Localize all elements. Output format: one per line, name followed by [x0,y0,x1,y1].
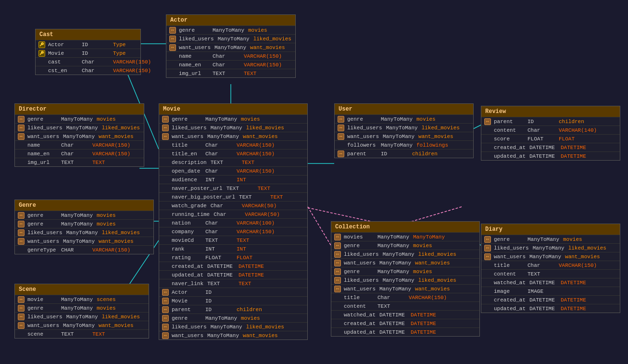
table-row: score FLOAT FLOAT [481,134,620,143]
rel-icon: ⟷ [18,221,25,227]
table-row: ⟷ parent ID children [159,305,307,314]
rel-icon: ⟷ [18,322,25,329]
movie-table-header: Movie [159,104,307,114]
table-row: ⟷ liked_users ManyToMany liked_movies [166,34,295,43]
table-row: ⟷ genre ManyToMany movies [481,235,620,243]
rel-icon: ⟷ [162,324,169,330]
table-row: watch_grade Char VARCHAR(50) [159,201,307,210]
key-icon: 🔑 [38,41,45,48]
rel-icon: ⟷ [162,289,169,296]
table-row: title Char VARCHAR(150) [331,293,479,301]
rel-icon: ⟷ [484,118,491,125]
rel-icon: ⟷ [484,236,491,243]
table-row: ⟷ want_users ManyToMany want_movies [335,132,473,140]
cast-table-header: Cast [36,29,140,40]
rel-icon: ⟷ [162,116,169,123]
review-table-header: Review [481,106,620,117]
table-row: ⟷ liked_users ManyToMany liked_movies [15,123,144,132]
table-row: ⟷ genre ManyToMany movies [15,219,153,228]
rel-icon: ⟷ [334,268,341,275]
table-row: rank INT INT [159,244,307,253]
genre-table: Genre ⟷ genre ManyToMany movies ⟷ genre … [14,200,154,254]
table-row: open_date Char VARCHAR(150) [159,166,307,175]
rel-icon: ⟷ [18,229,25,236]
table-row: ⟷ Movie ID [159,296,307,305]
table-row: title Char VARCHAR(150) [159,140,307,149]
table-row: naver_link TEXT TEXT [159,279,307,288]
table-row: ⟷ movie ManyToMany scenes [15,295,149,303]
table-row: rating FLOAT FLOAT [159,253,307,262]
table-row: 🔑 Movie ID Type [36,49,140,57]
rel-icon: ⟷ [162,125,169,131]
table-row: ⟷ liked_users ManyToMany liked_movies [481,243,620,252]
table-row: 🔑 Actor ID Type [36,40,140,49]
table-row: ⟷ movies ManyToMany ManyToMany [331,232,479,241]
rel-icon: ⟷ [334,234,341,240]
erd-diagram: Cast 🔑 Actor ID Type 🔑 Movie ID Type cas… [0,0,628,364]
rel-icon: ⟷ [334,260,341,266]
actor-table: Actor ⟷ genre ManyToMany movies ⟷ liked_… [166,14,296,78]
table-row: content TEXT [481,269,620,278]
table-row: img_url TEXT TEXT [166,69,295,77]
table-row: ⟷ liked_users ManyToMany liked_movies [335,123,473,132]
table-row: ⟷ want_users ManyToMany want_movies [331,258,479,267]
table-row: ⟷ want_users ManyToMany want_movies [15,321,149,329]
rel-icon: ⟷ [338,133,344,140]
table-row: ⟷ genre ManyToMany movies [166,25,295,34]
scene-table: Scene ⟷ movie ManyToMany scenes ⟷ genre … [14,284,149,339]
director-table-header: Director [15,104,144,114]
rel-icon: ⟷ [18,314,25,320]
rel-icon: ⟷ [18,133,25,140]
table-row: ⟷ want_users ManyToMany want_movies [159,331,307,339]
table-row: ⟷ genre ManyToMany movies [15,114,144,123]
rel-icon: ⟷ [18,305,25,312]
table-row: ⟷ want_users ManyToMany want_movies [15,237,153,245]
table-row: scene TEXT TEXT [15,329,149,338]
table-row: genreType CHAR VARCHAR(150) [15,245,153,254]
rel-icon: ⟷ [162,133,169,140]
rel-icon: ⟷ [18,116,25,123]
table-row: ⟷ genre ManyToMany movies [331,241,479,250]
table-row: name_en Char VARCHAR(150) [166,60,295,69]
rel-icon: ⟷ [334,242,341,249]
rel-icon: ⟷ [334,277,341,284]
table-row: title Char VARCHAR(150) [481,261,620,269]
rel-icon: ⟷ [484,245,491,251]
table-row: updated_at DATETIME DATETIME [159,270,307,279]
table-row: updated_at DATETIME DATETIME [331,327,479,336]
table-row: title_en Char VARCHAR(150) [159,149,307,158]
user-table-header: User [335,104,473,114]
table-row: ⟷ liked_users ManyToMany liked_movies [331,276,479,284]
table-row: content Char VARCHAR(140) [481,126,620,134]
table-row: created_at DATETIME DATETIME [331,319,479,327]
table-row: running_time Char VARCHAR(50) [159,210,307,218]
diary-table-header: Diary [481,224,620,235]
table-row: ⟷ parent ID children [481,117,620,126]
rel-icon: ⟷ [18,212,25,219]
collection-table-header: Collection [331,222,479,232]
table-row: cst_en Char VARCHAR(150) [36,66,140,75]
table-row: ⟷ genre ManyToMany movies [159,114,307,123]
collection-table: Collection ⟷ movies ManyToMany ManyToMan… [331,221,480,337]
table-row: ⟷ want_users ManyToMany want_movies [15,132,144,140]
rel-icon: ⟷ [338,151,344,157]
table-row: updated_at DATETIME DATETIME [481,151,620,160]
table-row: ⟷ genre ManyToMany movies [335,114,473,123]
table-row: img_url TEXT TEXT [15,158,144,166]
rel-icon: ⟷ [18,296,25,303]
table-row: name_en Char VARCHAR(150) [15,149,144,158]
table-row: cast Char VARCHAR(150) [36,57,140,66]
rel-icon: ⟷ [338,125,344,131]
table-row: ⟷ liked_users ManyToMany liked_movies [331,250,479,258]
rel-icon: ⟷ [334,286,341,292]
rel-icon: ⟷ [162,332,169,339]
table-row: content TEXT [331,301,479,310]
table-row: ⟷ liked_users ManyToMany liked_movies [15,312,149,321]
genre-table-header: Genre [15,200,153,211]
table-row: description TEXT TEXT [159,158,307,166]
key-icon: 🔑 [38,50,45,57]
table-row: ⟷ liked_users ManyToMany liked_movies [15,228,153,237]
table-row: name Char VARCHAR(150) [15,140,144,149]
table-row: ⟷ Actor ID [159,288,307,296]
review-table: Review ⟷ parent ID children content Char… [481,106,620,161]
